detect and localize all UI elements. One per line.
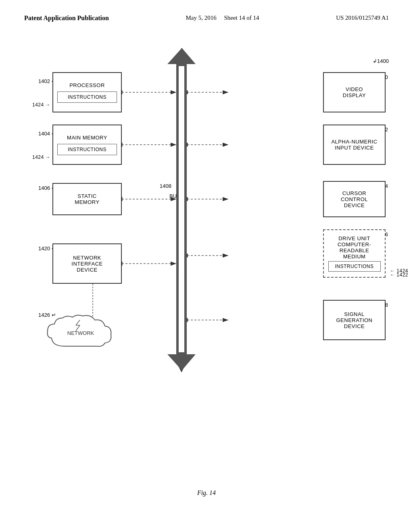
instructions-1-label: INSTRUCTIONS (68, 94, 106, 100)
alpha-numeric-box: ALPHA-NUMERICINPUT DEVICE (323, 125, 386, 165)
instructions-3-label: INSTRUCTIONS (335, 264, 374, 269)
svg-rect-17 (176, 64, 187, 354)
instructions-3-box: INSTRUCTIONS (328, 261, 381, 272)
main-memory-label: MAIN MEMORY (67, 135, 107, 142)
instructions-1-id: 1424 → (32, 102, 50, 108)
cursor-control-box: CURSORCONTROLDEVICE (323, 181, 386, 217)
bus-id: 1408 (160, 183, 171, 189)
drive-unit-inner-id: ← 1422 (390, 272, 408, 278)
video-display-box: VIDEODISPLAY (323, 72, 386, 112)
video-display-label: VIDEODISPLAY (343, 86, 366, 98)
svg-text:NETWORK: NETWORK (67, 330, 94, 336)
signal-gen-label: SIGNALGENERATIONDEVICE (336, 311, 373, 329)
alpha-numeric-label: ALPHA-NUMERICINPUT DEVICE (331, 139, 377, 151)
figure-caption: Fig. 14 (0, 489, 413, 497)
main-memory-box: MAIN MEMORY INSTRUCTIONS 1424 → (52, 125, 122, 165)
network-interface-label: NETWORKINTERFACEDEVICE (71, 255, 102, 273)
processor-box: PROCESSOR INSTRUCTIONS 1424 → (52, 72, 122, 112)
cursor-control-label: CURSORCONTROLDEVICE (341, 190, 368, 208)
signal-gen-box: SIGNALGENERATIONDEVICE (323, 300, 386, 340)
instructions-1-box: INSTRUCTIONS (57, 91, 117, 103)
diagram: BUS 1408 ↲1400 1402 ↵ PROCESSOR INSTRUCT… (0, 26, 413, 485)
svg-marker-18 (167, 48, 196, 64)
svg-rect-20 (179, 66, 184, 352)
static-memory-box: STATICMEMORY (52, 183, 122, 215)
instructions-2-box: INSTRUCTIONS (57, 144, 117, 155)
svg-marker-6 (173, 356, 190, 372)
static-memory-label: STATICMEMORY (75, 193, 99, 205)
bus-label: BUS (169, 193, 180, 199)
instructions-2-label: INSTRUCTIONS (68, 147, 106, 152)
network-cloud: NETWORK (44, 314, 117, 354)
svg-marker-5 (173, 48, 190, 62)
header-right: US 2016/0125749 A1 (336, 15, 389, 21)
header-left: Patent Application Publication (24, 15, 109, 22)
drive-unit-label: DRIVE UNITCOMPUTER-READABLEMEDIUM (338, 235, 371, 261)
header-center: May 5, 2016 Sheet 14 of 14 (186, 15, 259, 21)
processor-label: PROCESSOR (69, 82, 105, 90)
diagram-id: ↲1400 (373, 58, 389, 64)
instructions-2-id: 1424 → (32, 154, 50, 160)
drive-unit-box: DRIVE UNITCOMPUTER-READABLEMEDIUM INSTRU… (323, 229, 386, 278)
network-interface-box: NETWORKINTERFACEDEVICE (52, 243, 122, 284)
svg-marker-19 (167, 354, 196, 370)
page-header: Patent Application Publication May 5, 20… (0, 0, 413, 22)
